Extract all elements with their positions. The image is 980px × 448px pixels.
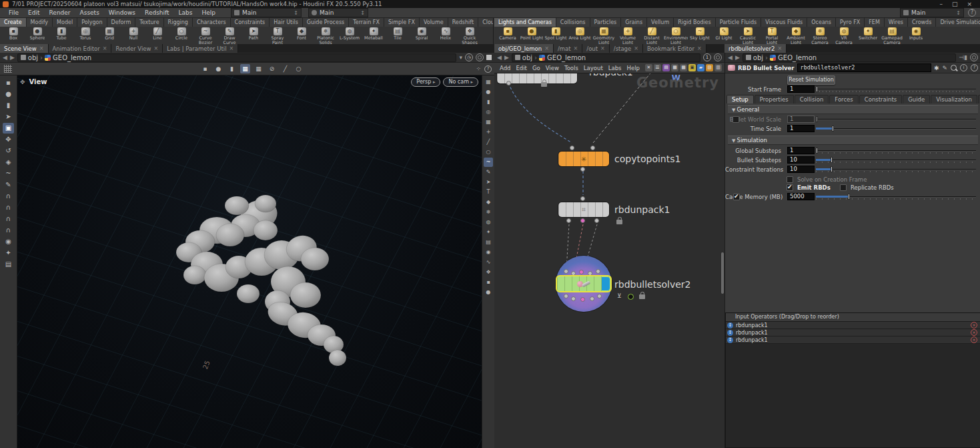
node-output-dot[interactable] <box>580 167 585 172</box>
back-arrow-icon[interactable]: ◀ <box>3 54 7 61</box>
shelf-tool[interactable]: ➤ Caustic Light <box>736 27 760 44</box>
bypass-flag-bar[interactable] <box>602 277 610 290</box>
wrench-icon[interactable]: ✕ <box>645 64 652 71</box>
select-objects-icon[interactable]: ● <box>213 64 223 73</box>
shelf-tool[interactable]: ◆ Ambient Light <box>784 27 808 44</box>
shelf-tool[interactable]: + Volume Light <box>616 27 640 44</box>
snap-edge-magnet-icon[interactable]: ∩ <box>3 214 14 224</box>
shelf-tab[interactable]: Redshift <box>448 18 478 27</box>
clock-icon[interactable]: ◷ <box>465 53 473 61</box>
reorder-handle-icon[interactable]: ↕ <box>727 337 733 343</box>
ghosting-icon[interactable]: ▦ <box>484 118 493 127</box>
remove-input-icon[interactable]: × <box>971 337 977 343</box>
radial-menu-icon[interactable] <box>714 53 722 61</box>
shelf-tool[interactable]: ▤ Gamepad Camera <box>880 27 904 44</box>
primitive-numbers-icon[interactable]: ❄ <box>484 208 493 217</box>
background-image-icon[interactable]: ▤ <box>484 238 493 247</box>
shelf-tab[interactable]: Rigging <box>164 18 193 27</box>
camera-icon[interactable]: ▦ <box>484 77 493 87</box>
snap-grid-magnet-icon[interactable]: ∩ <box>3 191 14 202</box>
constraint-iterations-slider[interactable] <box>816 165 976 174</box>
shelf-tool[interactable]: ◉ Inputs <box>904 27 928 41</box>
shelf-tool[interactable]: ▦ Grid <box>97 27 121 41</box>
no-selection-icon[interactable]: ⊘ <box>267 64 277 73</box>
wireframe-shade-icon[interactable]: ~ <box>484 158 493 167</box>
param-tab[interactable]: Setup <box>726 95 754 103</box>
menu-item[interactable]: Edit <box>23 8 44 18</box>
cache-memory-slider[interactable] <box>816 192 976 201</box>
viewport-3d[interactable]: ✥ View Persp ▸ No cam ▸ 25 ▪●▮➤▣✥↺◈~✎∩∩∩… <box>0 75 494 448</box>
shelf-tool[interactable]: ○ Circle <box>169 27 193 41</box>
origin-axes-icon[interactable]: T <box>484 188 493 197</box>
character-mode-icon[interactable]: ○ <box>294 64 304 73</box>
param-tab[interactable]: Properties <box>755 95 794 103</box>
node-name-field[interactable]: rbdbulletsolver2 <box>797 63 931 72</box>
shelf-tool[interactable]: ◍ VR Camera <box>832 27 856 44</box>
close-tab-icon[interactable]: × <box>39 45 44 51</box>
node-input-dot[interactable] <box>570 146 574 150</box>
snapshot-icon[interactable]: ▦ <box>254 64 264 73</box>
shelf-tool[interactable]: T Portal Light <box>760 27 784 44</box>
node-output-dot[interactable] <box>597 294 602 298</box>
shelf-tool[interactable]: ○ Environment Light <box>664 27 688 44</box>
section-general[interactable]: General <box>728 105 978 114</box>
pane-tab[interactable]: /out × <box>582 44 610 53</box>
bullet-substeps-slider[interactable] <box>816 156 976 164</box>
minimize-button[interactable]: – <box>939 1 943 7</box>
handle-mode-icon[interactable]: ╱ <box>280 64 290 73</box>
shelf-tab[interactable]: Crowds <box>908 18 936 27</box>
param-tab[interactable]: Forces <box>829 95 858 103</box>
node-label[interactable]: rbdpack1 <box>589 73 633 77</box>
pane-tab[interactable]: rbdbulletsolver2 × <box>724 44 787 53</box>
shelf-tool[interactable]: ❖ Quick Shapes <box>458 27 482 44</box>
shelf-tool[interactable]: ✦ Switcher <box>856 27 880 41</box>
node-rbdunpack1[interactable]: ⌗ <box>558 202 609 217</box>
shelf-tab[interactable]: Constraints <box>231 18 270 27</box>
tree-icon[interactable]: ☰ <box>654 64 661 71</box>
node-label[interactable]: rbdbulletsolver2 <box>614 279 690 290</box>
breadcrumb-node[interactable]: GEO_lemon <box>53 54 91 61</box>
snapshot-count-badge[interactable]: 1 <box>703 53 711 61</box>
network-scrollbar[interactable] <box>721 252 724 294</box>
shelf-tool[interactable]: ◆ Font <box>290 27 314 41</box>
shelf-tool[interactable]: ╱ Line <box>145 27 169 41</box>
reset-simulation-button[interactable]: Reset Simulation <box>787 75 835 85</box>
shelf-tab[interactable]: FEM <box>865 18 885 27</box>
bullet-substeps-field[interactable]: 10 <box>787 156 815 164</box>
stowbar-grip-icon[interactable] <box>4 65 12 73</box>
shelf-tool[interactable]: ∿ Helix <box>434 27 458 41</box>
shelf-tab[interactable]: Particle Fluids <box>716 18 761 27</box>
back-arrow-icon[interactable]: ◀ <box>497 54 502 61</box>
pane-tab[interactable]: Animation Editor × <box>49 44 112 53</box>
emit-rbds-checkbox[interactable] <box>787 184 793 191</box>
view-tool-icon[interactable]: ◉ <box>3 236 14 247</box>
replicate-rbds-checkbox[interactable] <box>840 184 847 191</box>
snap-point-magnet-icon[interactable]: ∩ <box>3 202 14 213</box>
xray-icon[interactable]: ○ <box>484 148 493 157</box>
node-output-dot[interactable] <box>594 218 599 223</box>
help-icon[interactable]: ? <box>968 9 976 17</box>
shelf-tab[interactable]: Deform <box>107 18 136 27</box>
close-tab-icon[interactable]: × <box>544 45 549 51</box>
dropdown-caret-icon[interactable]: ▾ <box>459 54 462 61</box>
pane-maximize-icon[interactable] <box>486 55 492 60</box>
pane-tab[interactable]: /stage × <box>610 44 643 53</box>
pane-tab[interactable]: Render View × <box>111 44 163 53</box>
gear-icon[interactable]: ✱ <box>934 65 939 71</box>
shelf-tool[interactable]: ◎ Torus <box>73 27 97 41</box>
reorder-handle-icon[interactable]: ↕ <box>727 322 733 328</box>
marker-icon[interactable]: ✎ <box>484 168 493 177</box>
image-icon[interactable]: ▨ <box>706 64 713 71</box>
hide-objects-icon[interactable]: ◎ <box>484 107 493 117</box>
constraint-iterations-field[interactable]: 10 <box>787 166 815 173</box>
menu-item[interactable]: Render <box>45 8 75 18</box>
shelf-tool[interactable]: ◍ L-System <box>338 27 362 41</box>
select-mode-icon[interactable]: ▪ <box>200 64 210 73</box>
network-menu-item[interactable]: Help <box>624 65 642 71</box>
shelf-tab[interactable]: Cloud FX <box>478 18 493 27</box>
scale-icon[interactable]: ◈ <box>3 157 14 168</box>
close-button[interactable]: × <box>967 1 972 7</box>
node-input-dot[interactable] <box>590 146 595 150</box>
close-tab-icon[interactable]: × <box>697 45 702 51</box>
field-guide-icon[interactable]: ✦ <box>484 228 493 237</box>
